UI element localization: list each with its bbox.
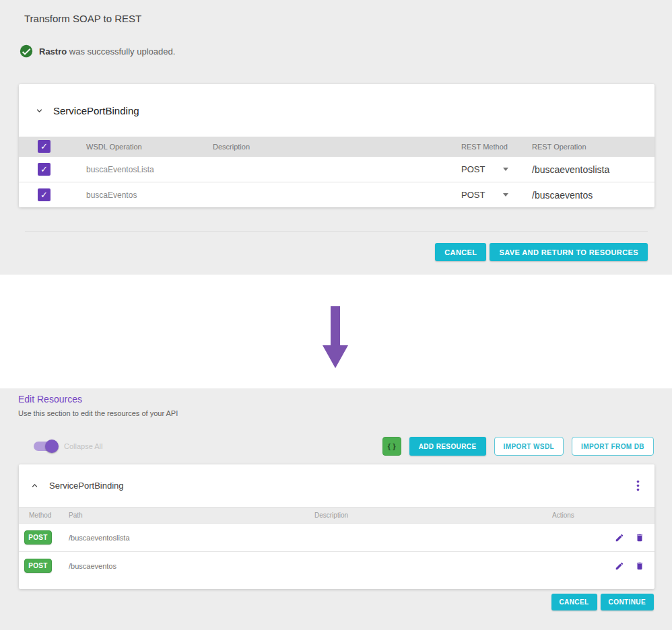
resource-row: POST /buscaeventos [19,551,654,580]
resource-group-card: ServicePortBinding Method Path Descripti… [19,464,654,589]
import-from-db-button[interactable]: IMPORT FROM DB [572,437,654,456]
rest-operation: /buscaeventoslista [532,164,654,175]
uploaded-file-name: Rastro [39,46,67,57]
collapse-all-label: Collapse All [64,442,102,450]
toggle-knob[interactable] [45,440,59,453]
wsdl-table-header: ✓ WSDL Operation Description REST Method… [19,137,654,156]
col-description: Description [314,512,552,519]
resource-path: /buscaeventos [69,562,314,570]
rest-method-value: POST [461,190,485,200]
delete-trash-icon[interactable] [635,561,644,571]
col-rest-method: REST Method [461,143,532,151]
resources-toolbar: Collapse All { } ADD RESOURCE IMPORT WSD… [0,437,672,456]
rest-operation: /buscaeventos [532,190,654,201]
row-checkbox[interactable]: ✓ [38,188,51,201]
col-method: Method [29,512,69,519]
row-checkbox[interactable]: ✓ [38,163,51,176]
success-message-text: was successfully uploaded. [67,46,175,57]
service-port-binding-card: ServicePortBinding ✓ WSDL Operation Desc… [19,84,654,207]
wsdl-operation: buscaEventos [86,190,213,200]
edit-resources-title: Edit Resources [18,394,82,405]
toggle-track[interactable] [34,442,57,451]
add-resource-button[interactable]: ADD RESOURCE [409,437,486,456]
import-wsdl-button[interactable]: IMPORT WSDL [494,437,564,456]
binding-card-header[interactable]: ServicePortBinding [19,84,654,137]
dropdown-caret-icon [503,193,508,197]
resource-card-title: ServicePortBinding [49,481,124,491]
col-actions: Actions [552,512,654,519]
resource-row: POST /buscaeventoslista [19,523,654,551]
resource-card-header[interactable]: ServicePortBinding [19,464,654,507]
method-badge: POST [24,530,52,545]
page-title: Transform SOAP to REST [24,13,141,24]
collapse-all-toggle[interactable]: Collapse All [34,437,102,456]
edit-pencil-icon[interactable] [615,561,624,571]
chevron-up-icon[interactable] [30,481,40,491]
kebab-menu-icon[interactable] [635,479,641,493]
upload-success-message: Rastro was successfully uploaded. [20,44,175,58]
edit-pencil-icon[interactable] [615,533,624,542]
method-badge: POST [24,559,52,573]
col-description: Description [213,143,461,151]
wsdl-operation: buscaEventosLista [86,165,213,174]
rest-method-select[interactable]: POST [461,190,532,200]
select-all-checkbox[interactable]: ✓ [38,140,51,153]
col-rest-operation: REST Operation [532,143,654,151]
code-braces-button[interactable]: { } [382,437,401,456]
edit-resources-subtitle: Use this section to edit the resources o… [18,409,178,417]
cancel-button[interactable]: CANCEL [551,594,597,610]
save-and-return-button[interactable]: SAVE AND RETURN TO RESOURCES [490,243,648,261]
continue-button[interactable]: CONTINUE [601,594,654,610]
chevron-down-icon[interactable] [34,106,44,116]
down-arrow-icon [323,306,348,371]
col-path: Path [69,512,314,519]
dropdown-caret-icon [503,168,508,171]
success-text: Rastro was successfully uploaded. [39,46,175,57]
resource-path: /buscaeventoslista [69,534,314,542]
binding-card-title: ServicePortBinding [53,105,139,116]
cancel-button[interactable]: CANCEL [435,243,486,261]
check-circle-icon [20,44,33,58]
edit-resources-panel: Edit Resources Use this section to edit … [0,388,672,630]
divider [25,231,648,232]
transform-soap-panel: Transform SOAP to REST Rastro was succes… [0,0,672,275]
table-row: ✓ buscaEventosLista POST /buscaeventosli… [19,156,654,182]
rest-method-value: POST [461,164,485,174]
delete-trash-icon[interactable] [635,533,644,542]
rest-method-select[interactable]: POST [461,164,532,174]
resource-table-header: Method Path Description Actions [19,507,654,523]
transition-gap [0,275,672,388]
table-row: ✓ buscaEventos POST /buscaeventos [19,182,654,207]
col-wsdl-operation: WSDL Operation [86,143,213,151]
